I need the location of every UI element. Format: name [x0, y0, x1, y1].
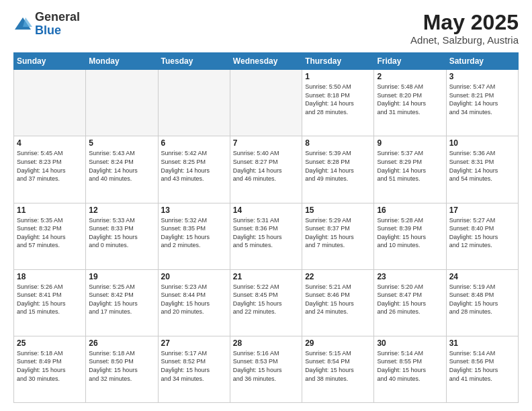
logo-text: General Blue — [35, 11, 80, 38]
table-row: 2Sunrise: 5:48 AM Sunset: 8:20 PM Daylig… — [374, 70, 446, 136]
day-number: 28 — [233, 338, 299, 348]
day-info: Sunrise: 5:15 AM Sunset: 8:54 PM Dayligh… — [305, 349, 371, 383]
col-wednesday: Wednesday — [230, 53, 302, 70]
table-row: 16Sunrise: 5:28 AM Sunset: 8:39 PM Dayli… — [374, 203, 446, 269]
day-info: Sunrise: 5:42 AM Sunset: 8:25 PM Dayligh… — [161, 149, 227, 183]
table-row: 18Sunrise: 5:26 AM Sunset: 8:41 PM Dayli… — [14, 269, 86, 336]
day-info: Sunrise: 5:17 AM Sunset: 8:52 PM Dayligh… — [161, 349, 227, 383]
day-info: Sunrise: 5:19 AM Sunset: 8:48 PM Dayligh… — [449, 283, 515, 316]
title-block: May 2025 Adnet, Salzburg, Austria — [410, 11, 519, 46]
day-number: 3 — [449, 72, 515, 81]
day-number: 11 — [17, 205, 83, 215]
day-number: 26 — [89, 338, 154, 348]
logo-general-text: General — [35, 10, 80, 24]
day-number: 4 — [17, 138, 83, 148]
col-sunday: Sunday — [14, 53, 86, 70]
header: General Blue May 2025 Adnet, Salzburg, A… — [13, 11, 519, 46]
table-row: 29Sunrise: 5:15 AM Sunset: 8:54 PM Dayli… — [302, 336, 374, 402]
table-row: 28Sunrise: 5:16 AM Sunset: 8:53 PM Dayli… — [230, 336, 302, 402]
day-number: 13 — [161, 205, 227, 215]
day-number: 29 — [305, 338, 371, 348]
day-number: 21 — [233, 272, 299, 281]
table-row — [230, 70, 302, 136]
table-row: 20Sunrise: 5:23 AM Sunset: 8:44 PM Dayli… — [158, 269, 230, 336]
calendar-week-row: 1Sunrise: 5:50 AM Sunset: 8:18 PM Daylig… — [14, 70, 519, 136]
table-row: 21Sunrise: 5:22 AM Sunset: 8:45 PM Dayli… — [230, 269, 302, 336]
table-row: 8Sunrise: 5:39 AM Sunset: 8:28 PM Daylig… — [302, 136, 374, 203]
table-row: 22Sunrise: 5:21 AM Sunset: 8:46 PM Dayli… — [302, 269, 374, 336]
table-row: 24Sunrise: 5:19 AM Sunset: 8:48 PM Dayli… — [446, 269, 518, 336]
table-row: 14Sunrise: 5:31 AM Sunset: 8:36 PM Dayli… — [230, 203, 302, 269]
calendar-subtitle: Adnet, Salzburg, Austria — [410, 34, 519, 46]
table-row: 9Sunrise: 5:37 AM Sunset: 8:29 PM Daylig… — [374, 136, 446, 203]
table-row: 23Sunrise: 5:20 AM Sunset: 8:47 PM Dayli… — [374, 269, 446, 336]
table-row: 7Sunrise: 5:40 AM Sunset: 8:27 PM Daylig… — [230, 136, 302, 203]
day-info: Sunrise: 5:28 AM Sunset: 8:39 PM Dayligh… — [377, 216, 443, 250]
table-row: 15Sunrise: 5:29 AM Sunset: 8:37 PM Dayli… — [302, 203, 374, 269]
day-number: 8 — [305, 138, 371, 148]
day-info: Sunrise: 5:23 AM Sunset: 8:44 PM Dayligh… — [161, 283, 227, 316]
table-row: 17Sunrise: 5:27 AM Sunset: 8:40 PM Dayli… — [446, 203, 518, 269]
day-number: 6 — [161, 138, 227, 148]
day-info: Sunrise: 5:26 AM Sunset: 8:41 PM Dayligh… — [17, 283, 83, 316]
table-row: 5Sunrise: 5:43 AM Sunset: 8:24 PM Daylig… — [86, 136, 158, 203]
calendar-table: Sunday Monday Tuesday Wednesday Thursday… — [13, 52, 519, 403]
day-info: Sunrise: 5:21 AM Sunset: 8:46 PM Dayligh… — [305, 283, 371, 316]
table-row: 11Sunrise: 5:35 AM Sunset: 8:32 PM Dayli… — [14, 203, 86, 269]
day-info: Sunrise: 5:29 AM Sunset: 8:37 PM Dayligh… — [305, 216, 371, 250]
table-row: 6Sunrise: 5:42 AM Sunset: 8:25 PM Daylig… — [158, 136, 230, 203]
table-row — [14, 70, 86, 136]
col-tuesday: Tuesday — [158, 53, 230, 70]
calendar-week-row: 4Sunrise: 5:45 AM Sunset: 8:23 PM Daylig… — [14, 136, 519, 203]
day-info: Sunrise: 5:18 AM Sunset: 8:49 PM Dayligh… — [17, 349, 83, 383]
col-thursday: Thursday — [302, 53, 374, 70]
day-number: 25 — [17, 338, 83, 348]
table-row — [86, 70, 158, 136]
day-number: 18 — [17, 272, 83, 281]
day-number: 14 — [233, 205, 299, 215]
day-number: 30 — [377, 338, 443, 348]
day-number: 12 — [89, 205, 154, 215]
day-info: Sunrise: 5:22 AM Sunset: 8:45 PM Dayligh… — [233, 283, 299, 316]
table-row: 12Sunrise: 5:33 AM Sunset: 8:33 PM Dayli… — [86, 203, 158, 269]
logo-icon — [13, 15, 32, 34]
day-number: 10 — [449, 138, 515, 148]
day-info: Sunrise: 5:33 AM Sunset: 8:33 PM Dayligh… — [89, 216, 154, 250]
day-number: 24 — [449, 272, 515, 281]
day-info: Sunrise: 5:47 AM Sunset: 8:21 PM Dayligh… — [449, 83, 515, 116]
day-info: Sunrise: 5:32 AM Sunset: 8:35 PM Dayligh… — [161, 216, 227, 250]
table-row: 27Sunrise: 5:17 AM Sunset: 8:52 PM Dayli… — [158, 336, 230, 402]
table-row: 31Sunrise: 5:14 AM Sunset: 8:56 PM Dayli… — [446, 336, 518, 402]
table-row: 30Sunrise: 5:14 AM Sunset: 8:55 PM Dayli… — [374, 336, 446, 402]
day-number: 19 — [89, 272, 154, 281]
day-info: Sunrise: 5:35 AM Sunset: 8:32 PM Dayligh… — [17, 216, 83, 250]
calendar-week-row: 18Sunrise: 5:26 AM Sunset: 8:41 PM Dayli… — [14, 269, 519, 336]
day-info: Sunrise: 5:39 AM Sunset: 8:28 PM Dayligh… — [305, 149, 371, 183]
table-row: 4Sunrise: 5:45 AM Sunset: 8:23 PM Daylig… — [14, 136, 86, 203]
day-number: 27 — [161, 338, 227, 348]
table-row: 25Sunrise: 5:18 AM Sunset: 8:49 PM Dayli… — [14, 336, 86, 402]
day-number: 15 — [305, 205, 371, 215]
day-info: Sunrise: 5:18 AM Sunset: 8:50 PM Dayligh… — [89, 349, 154, 383]
calendar-week-row: 25Sunrise: 5:18 AM Sunset: 8:49 PM Dayli… — [14, 336, 519, 402]
day-info: Sunrise: 5:25 AM Sunset: 8:42 PM Dayligh… — [89, 283, 154, 316]
day-info: Sunrise: 5:40 AM Sunset: 8:27 PM Dayligh… — [233, 149, 299, 183]
day-number: 7 — [233, 138, 299, 148]
day-number: 5 — [89, 138, 154, 148]
day-info: Sunrise: 5:27 AM Sunset: 8:40 PM Dayligh… — [449, 216, 515, 250]
day-info: Sunrise: 5:31 AM Sunset: 8:36 PM Dayligh… — [233, 216, 299, 250]
day-number: 23 — [377, 272, 443, 281]
day-info: Sunrise: 5:43 AM Sunset: 8:24 PM Dayligh… — [89, 149, 154, 183]
day-info: Sunrise: 5:45 AM Sunset: 8:23 PM Dayligh… — [17, 149, 83, 183]
day-number: 2 — [377, 72, 443, 81]
day-info: Sunrise: 5:48 AM Sunset: 8:20 PM Dayligh… — [377, 83, 443, 116]
col-saturday: Saturday — [446, 53, 518, 70]
day-info: Sunrise: 5:14 AM Sunset: 8:56 PM Dayligh… — [449, 349, 515, 383]
table-row: 19Sunrise: 5:25 AM Sunset: 8:42 PM Dayli… — [86, 269, 158, 336]
day-number: 22 — [305, 272, 371, 281]
day-number: 20 — [161, 272, 227, 281]
day-number: 17 — [449, 205, 515, 215]
day-number: 31 — [449, 338, 515, 348]
day-info: Sunrise: 5:14 AM Sunset: 8:55 PM Dayligh… — [377, 349, 443, 383]
calendar-week-row: 11Sunrise: 5:35 AM Sunset: 8:32 PM Dayli… — [14, 203, 519, 269]
